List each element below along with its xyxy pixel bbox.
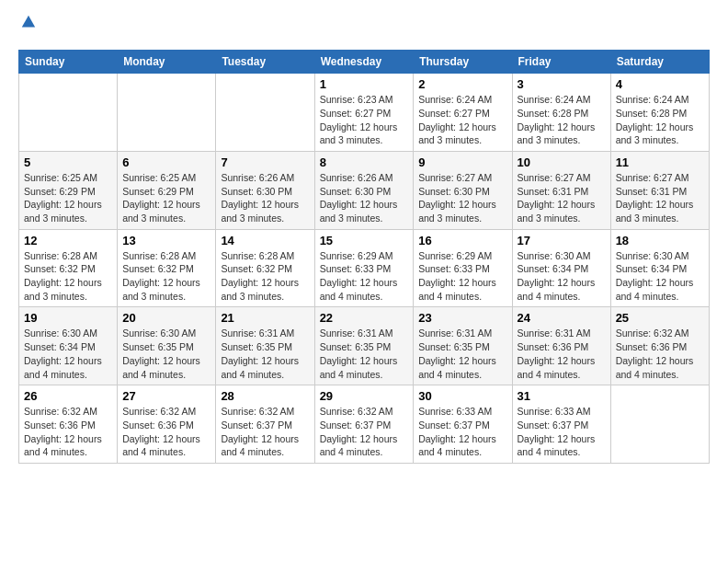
day-info: Sunrise: 6:26 AMSunset: 6:30 PMDaylight:… (320, 171, 409, 225)
header (18, 15, 710, 37)
day-info: Sunrise: 6:23 AMSunset: 6:27 PMDaylight:… (320, 93, 409, 147)
calendar-cell: 9Sunrise: 6:27 AMSunset: 6:30 PMDaylight… (414, 151, 512, 229)
calendar-week-3: 12Sunrise: 6:28 AMSunset: 6:32 PMDayligh… (19, 229, 710, 307)
day-info: Sunrise: 6:24 AMSunset: 6:27 PMDaylight:… (418, 93, 506, 147)
day-number: 11 (616, 155, 704, 169)
day-info: Sunrise: 6:30 AMSunset: 6:35 PMDaylight:… (122, 327, 210, 381)
calendar-cell: 25Sunrise: 6:32 AMSunset: 6:36 PMDayligh… (610, 307, 709, 385)
calendar-cell (118, 74, 216, 152)
day-number: 8 (320, 155, 409, 169)
calendar-cell: 15Sunrise: 6:29 AMSunset: 6:33 PMDayligh… (314, 229, 414, 307)
day-number: 23 (418, 311, 506, 325)
calendar-table: SundayMondayTuesdayWednesdayThursdayFrid… (18, 50, 710, 464)
day-number: 2 (418, 77, 506, 91)
calendar-cell: 10Sunrise: 6:27 AMSunset: 6:31 PMDayligh… (512, 151, 610, 229)
day-info: Sunrise: 6:31 AMSunset: 6:36 PMDaylight:… (518, 327, 606, 381)
calendar-cell: 5Sunrise: 6:25 AMSunset: 6:29 PMDaylight… (19, 151, 118, 229)
day-number: 1 (320, 77, 409, 91)
day-info: Sunrise: 6:31 AMSunset: 6:35 PMDaylight:… (221, 327, 309, 381)
day-number: 3 (518, 77, 606, 91)
day-number: 10 (518, 155, 606, 169)
day-info: Sunrise: 6:26 AMSunset: 6:30 PMDaylight:… (221, 171, 309, 225)
day-number: 16 (418, 234, 506, 247)
calendar-cell: 18Sunrise: 6:30 AMSunset: 6:34 PMDayligh… (610, 229, 709, 307)
calendar-cell: 28Sunrise: 6:32 AMSunset: 6:37 PMDayligh… (216, 385, 314, 464)
calendar-cell: 24Sunrise: 6:31 AMSunset: 6:36 PMDayligh… (512, 307, 610, 385)
day-number: 31 (518, 389, 606, 403)
day-info: Sunrise: 6:31 AMSunset: 6:35 PMDaylight:… (320, 327, 409, 381)
calendar-cell: 31Sunrise: 6:33 AMSunset: 6:37 PMDayligh… (512, 385, 610, 464)
day-number: 15 (320, 234, 409, 247)
day-info: Sunrise: 6:32 AMSunset: 6:36 PMDaylight:… (122, 405, 210, 459)
weekday-header-wednesday: Wednesday (314, 51, 414, 74)
calendar-cell (216, 74, 314, 152)
day-info: Sunrise: 6:30 AMSunset: 6:34 PMDaylight:… (24, 327, 112, 381)
calendar-cell: 20Sunrise: 6:30 AMSunset: 6:35 PMDayligh… (118, 307, 216, 385)
day-number: 22 (320, 311, 409, 325)
day-info: Sunrise: 6:27 AMSunset: 6:31 PMDaylight:… (616, 171, 704, 225)
calendar-week-1: 1Sunrise: 6:23 AMSunset: 6:27 PMDaylight… (19, 74, 710, 152)
weekday-header-thursday: Thursday (414, 51, 512, 74)
weekday-header-friday: Friday (512, 51, 610, 74)
weekday-header-sunday: Sunday (19, 51, 118, 74)
day-info: Sunrise: 6:25 AMSunset: 6:29 PMDaylight:… (122, 171, 210, 225)
day-number: 17 (518, 234, 606, 247)
calendar-cell: 2Sunrise: 6:24 AMSunset: 6:27 PMDaylight… (414, 74, 512, 152)
calendar-cell: 21Sunrise: 6:31 AMSunset: 6:35 PMDayligh… (216, 307, 314, 385)
calendar-cell: 14Sunrise: 6:28 AMSunset: 6:32 PMDayligh… (216, 229, 314, 307)
page-container: SundayMondayTuesdayWednesdayThursdayFrid… (0, 0, 728, 475)
day-info: Sunrise: 6:32 AMSunset: 6:37 PMDaylight:… (320, 405, 409, 459)
calendar-cell: 13Sunrise: 6:28 AMSunset: 6:32 PMDayligh… (118, 229, 216, 307)
day-info: Sunrise: 6:24 AMSunset: 6:28 PMDaylight:… (518, 93, 606, 147)
day-number: 7 (221, 155, 309, 169)
day-number: 18 (616, 234, 704, 247)
calendar-week-4: 19Sunrise: 6:30 AMSunset: 6:34 PMDayligh… (19, 307, 710, 385)
calendar-cell: 30Sunrise: 6:33 AMSunset: 6:37 PMDayligh… (414, 385, 512, 464)
day-number: 24 (518, 311, 606, 325)
day-number: 28 (221, 389, 309, 403)
day-number: 13 (122, 234, 210, 247)
weekday-header-saturday: Saturday (610, 51, 709, 74)
day-number: 5 (24, 155, 112, 169)
calendar-cell: 17Sunrise: 6:30 AMSunset: 6:34 PMDayligh… (512, 229, 610, 307)
day-number: 20 (122, 311, 210, 325)
calendar-cell (610, 385, 709, 464)
day-number: 19 (24, 311, 112, 325)
calendar-cell: 11Sunrise: 6:27 AMSunset: 6:31 PMDayligh… (610, 151, 709, 229)
day-info: Sunrise: 6:29 AMSunset: 6:33 PMDaylight:… (320, 249, 409, 304)
weekday-header-tuesday: Tuesday (216, 51, 314, 74)
day-info: Sunrise: 6:24 AMSunset: 6:28 PMDaylight:… (616, 93, 704, 147)
calendar-cell: 3Sunrise: 6:24 AMSunset: 6:28 PMDaylight… (512, 74, 610, 152)
weekday-header-row: SundayMondayTuesdayWednesdayThursdayFrid… (19, 51, 710, 74)
day-info: Sunrise: 6:32 AMSunset: 6:37 PMDaylight:… (221, 405, 309, 459)
calendar-cell: 27Sunrise: 6:32 AMSunset: 6:36 PMDayligh… (118, 385, 216, 464)
calendar-cell: 4Sunrise: 6:24 AMSunset: 6:28 PMDaylight… (610, 74, 709, 152)
calendar-cell: 1Sunrise: 6:23 AMSunset: 6:27 PMDaylight… (314, 74, 414, 152)
calendar-cell: 7Sunrise: 6:26 AMSunset: 6:30 PMDaylight… (216, 151, 314, 229)
calendar-cell: 12Sunrise: 6:28 AMSunset: 6:32 PMDayligh… (19, 229, 118, 307)
calendar-cell: 26Sunrise: 6:32 AMSunset: 6:36 PMDayligh… (19, 385, 118, 464)
day-info: Sunrise: 6:32 AMSunset: 6:36 PMDaylight:… (24, 405, 112, 459)
day-info: Sunrise: 6:28 AMSunset: 6:32 PMDaylight:… (24, 249, 112, 304)
day-info: Sunrise: 6:33 AMSunset: 6:37 PMDaylight:… (518, 405, 606, 459)
day-info: Sunrise: 6:27 AMSunset: 6:30 PMDaylight:… (418, 171, 506, 225)
day-number: 12 (24, 234, 112, 247)
calendar-week-2: 5Sunrise: 6:25 AMSunset: 6:29 PMDaylight… (19, 151, 710, 229)
calendar-cell: 19Sunrise: 6:30 AMSunset: 6:34 PMDayligh… (19, 307, 118, 385)
day-info: Sunrise: 6:30 AMSunset: 6:34 PMDaylight:… (616, 249, 704, 304)
day-number: 9 (418, 155, 506, 169)
day-info: Sunrise: 6:33 AMSunset: 6:37 PMDaylight:… (418, 405, 506, 459)
logo (18, 15, 37, 37)
calendar-cell: 8Sunrise: 6:26 AMSunset: 6:30 PMDaylight… (314, 151, 414, 229)
calendar-cell: 16Sunrise: 6:29 AMSunset: 6:33 PMDayligh… (414, 229, 512, 307)
day-info: Sunrise: 6:30 AMSunset: 6:34 PMDaylight:… (518, 249, 606, 304)
day-number: 26 (24, 389, 112, 403)
day-info: Sunrise: 6:31 AMSunset: 6:35 PMDaylight:… (418, 327, 506, 381)
day-info: Sunrise: 6:25 AMSunset: 6:29 PMDaylight:… (24, 171, 112, 225)
day-number: 29 (320, 389, 409, 403)
logo-icon (20, 14, 37, 30)
calendar-cell: 23Sunrise: 6:31 AMSunset: 6:35 PMDayligh… (414, 307, 512, 385)
day-number: 14 (221, 234, 309, 247)
day-info: Sunrise: 6:29 AMSunset: 6:33 PMDaylight:… (418, 249, 506, 304)
calendar-cell: 29Sunrise: 6:32 AMSunset: 6:37 PMDayligh… (314, 385, 414, 464)
